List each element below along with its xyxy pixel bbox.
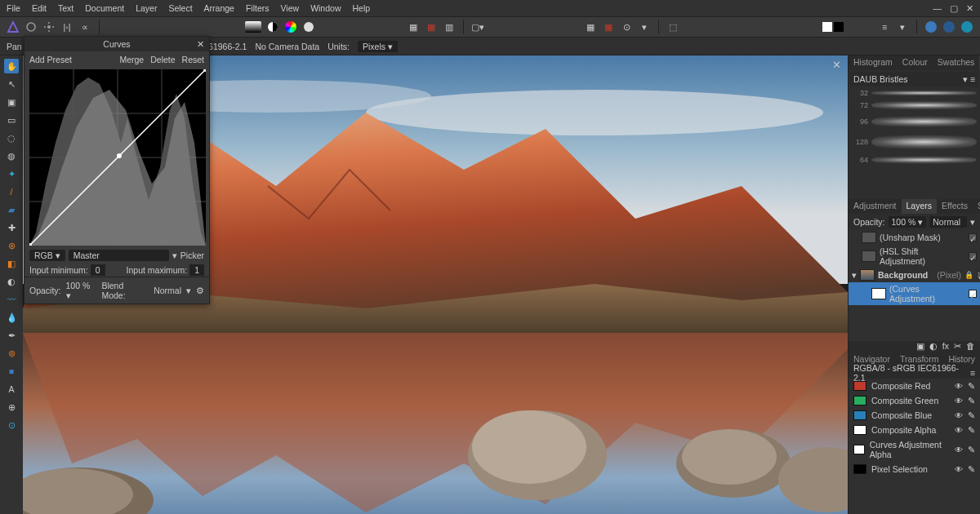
- menu-filters[interactable]: Filters: [246, 3, 270, 13]
- settings-icon[interactable]: [42, 20, 56, 33]
- layer-opacity-select[interactable]: 100 % ▾: [889, 216, 927, 228]
- network-icon[interactable]: |◦|: [60, 20, 74, 33]
- selection-dashed-icon[interactable]: ▦: [407, 20, 420, 33]
- quick-mask-icon[interactable]: ▥: [443, 20, 456, 33]
- units-select[interactable]: Pixels ▾: [358, 41, 398, 52]
- menu-window[interactable]: Window: [310, 3, 341, 13]
- circle-icon[interactable]: [302, 20, 315, 33]
- pen-tool[interactable]: ✒: [4, 328, 19, 343]
- edit-icon[interactable]: ✎: [968, 381, 975, 391]
- pan-tool[interactable]: ✋: [4, 59, 19, 73]
- menu-select[interactable]: Select: [168, 3, 192, 13]
- brush-preset[interactable]: 64: [849, 153, 980, 166]
- contrast-icon[interactable]: [266, 20, 279, 33]
- curves-blend-select[interactable]: Normal: [154, 286, 181, 295]
- layer-new-icon[interactable]: ▢▾: [471, 20, 484, 33]
- share-icon[interactable]: ∝: [78, 20, 91, 33]
- retouch-tool[interactable]: ⊚: [4, 346, 19, 361]
- channel-row[interactable]: Pixel Selection👁✎: [849, 462, 980, 476]
- input-max-field[interactable]: 1: [189, 264, 204, 276]
- grid-icon[interactable]: ▦: [584, 20, 597, 33]
- text-tool[interactable]: A: [4, 382, 19, 397]
- brush-preset[interactable]: 32: [849, 88, 980, 98]
- crop-layer-icon[interactable]: ✂: [954, 341, 961, 352]
- expand-icon[interactable]: ▾: [852, 270, 857, 280]
- visibility-icon[interactable]: 👁: [955, 411, 963, 420]
- edit-icon[interactable]: ✎: [968, 396, 975, 405]
- curves-graph[interactable]: [29, 69, 206, 246]
- adjustment-icon[interactable]: ◐: [929, 341, 938, 352]
- flood-select-tool[interactable]: ✦: [4, 166, 19, 181]
- tab-histogram[interactable]: Histogram: [849, 55, 898, 70]
- shape-tool[interactable]: ■: [4, 364, 19, 379]
- swatch-a-icon[interactable]: [822, 22, 832, 32]
- layer-row[interactable]: (Unsharp Mask)✓: [849, 230, 980, 245]
- menu-view[interactable]: View: [281, 3, 300, 13]
- close-icon[interactable]: ✕: [197, 39, 204, 49]
- reset-button[interactable]: Reset: [182, 55, 204, 64]
- align-left-icon[interactable]: ≡: [878, 20, 891, 33]
- move-tool[interactable]: ↖: [4, 77, 19, 91]
- visibility-icon[interactable]: 👁: [955, 397, 963, 405]
- brush-preset[interactable]: 96: [849, 113, 980, 131]
- channel-row[interactable]: Composite Red👁✎: [849, 379, 980, 393]
- erase-tool[interactable]: ◧: [4, 256, 19, 271]
- gear-icon[interactable]: ⚙: [196, 286, 204, 295]
- tab-swatches[interactable]: Swatches: [933, 55, 980, 70]
- clone-tool[interactable]: ⊛: [4, 238, 19, 253]
- persona-liquify-icon[interactable]: [942, 20, 956, 33]
- channel-row[interactable]: Composite Green👁✎: [849, 393, 980, 408]
- layer-row[interactable]: (HSL Shift Adjustment)✓: [849, 245, 980, 268]
- gradient-icon[interactable]: [245, 21, 261, 33]
- mask-icon[interactable]: ▣: [916, 341, 924, 352]
- menu-help[interactable]: Help: [352, 3, 370, 13]
- channel-row[interactable]: Composite Blue👁✎: [849, 408, 980, 423]
- tab-effects[interactable]: Effects: [937, 199, 973, 214]
- refresh-icon[interactable]: [24, 20, 38, 33]
- picker-button[interactable]: Picker: [180, 250, 204, 260]
- layer-row[interactable]: ▾Background (Pixel)🔒✓: [849, 268, 980, 282]
- fill-tool[interactable]: ▰: [4, 202, 19, 217]
- curves-master-select[interactable]: Master: [69, 250, 169, 261]
- brush-preset[interactable]: 128: [849, 131, 980, 153]
- add-preset-button[interactable]: Add Preset: [29, 55, 72, 64]
- channel-row[interactable]: Composite Alpha👁✎: [849, 423, 980, 437]
- menu-arrange[interactable]: Arrange: [204, 3, 234, 13]
- delete-button[interactable]: Delete: [150, 55, 175, 64]
- snap-icon[interactable]: ▦: [602, 20, 615, 33]
- layer-blend-select[interactable]: Normal: [929, 216, 967, 228]
- brush-preset[interactable]: 72: [849, 98, 980, 113]
- minimize-icon[interactable]: —: [933, 3, 942, 13]
- brush-category-select[interactable]: DAUB Bristles▾ ≡: [850, 72, 978, 86]
- fx-icon[interactable]: fx: [942, 341, 949, 352]
- menu-text[interactable]: Text: [58, 3, 74, 13]
- curves-opacity-select[interactable]: 100 % ▾: [66, 281, 97, 300]
- delete-layer-icon[interactable]: 🗑: [966, 341, 975, 352]
- curves-channel-select[interactable]: RGB ▾: [29, 250, 65, 261]
- visibility-icon[interactable]: 👁: [955, 445, 963, 454]
- visibility-icon[interactable]: 👁: [955, 465, 963, 474]
- healing-tool[interactable]: ✚: [4, 220, 19, 235]
- edit-icon[interactable]: ✎: [968, 464, 975, 474]
- layer-row[interactable]: (Curves Adjustment)✓: [849, 282, 980, 305]
- persona-photo-icon[interactable]: [924, 20, 938, 33]
- edit-icon[interactable]: ✎: [968, 425, 975, 435]
- crop-tool[interactable]: ▣: [4, 95, 19, 109]
- zoom-tool[interactable]: ⊙: [4, 418, 19, 432]
- tab-styles[interactable]: Styles: [973, 199, 980, 214]
- input-min-field[interactable]: 0: [91, 264, 105, 276]
- menu-edit[interactable]: Edit: [32, 3, 47, 13]
- tab-adjustment[interactable]: Adjustment: [849, 199, 902, 214]
- close-icon[interactable]: ✕: [966, 3, 973, 13]
- channel-row[interactable]: Curves Adjustment Alpha👁✎: [849, 437, 980, 462]
- selection-brush-tool[interactable]: ◍: [4, 148, 19, 163]
- dropdown-icon[interactable]: ▾: [638, 20, 651, 33]
- color-wheel-icon[interactable]: [284, 20, 297, 33]
- tab-layers[interactable]: Layers: [902, 199, 938, 214]
- selection-solid-icon[interactable]: ▦: [425, 20, 438, 33]
- swatch-b-icon[interactable]: [834, 22, 844, 32]
- merge-button[interactable]: Merge: [119, 55, 144, 64]
- tab-colour[interactable]: Colour: [898, 55, 933, 70]
- visibility-icon[interactable]: 👁: [955, 382, 963, 391]
- lasso-tool[interactable]: ◌: [4, 131, 19, 145]
